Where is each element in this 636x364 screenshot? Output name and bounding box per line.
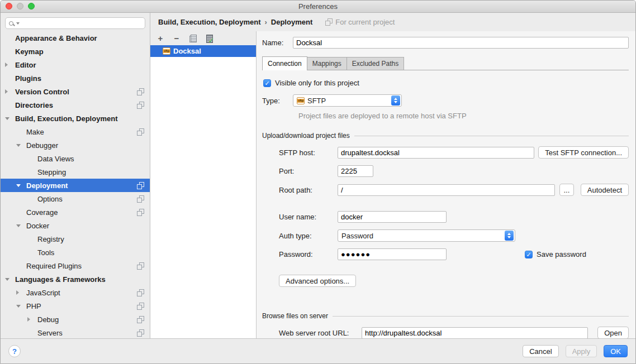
- settings-search-box[interactable]: [5, 17, 145, 29]
- auth-type-label: Auth type:: [279, 232, 338, 240]
- web-server-root-url-input[interactable]: [362, 327, 588, 339]
- user-name-input[interactable]: [338, 211, 447, 223]
- search-options-caret-icon[interactable]: [16, 22, 20, 25]
- sidebar-item-label: Make: [26, 128, 44, 136]
- sidebar-item-label: Tools: [37, 248, 54, 257]
- sidebar-item-registry[interactable]: Registry: [1, 232, 150, 246]
- sidebar-item-keymap[interactable]: Keymap: [1, 45, 150, 58]
- sidebar-item-appearance-behavior[interactable]: Appearance & Behavior: [1, 31, 150, 45]
- root-path-input[interactable]: [338, 184, 555, 196]
- sidebar-item-docker[interactable]: Docker: [1, 219, 150, 232]
- sidebar-item-make[interactable]: Make: [1, 125, 150, 138]
- sidebar-item-stepping[interactable]: Stepping: [1, 165, 150, 179]
- chevron-down-icon[interactable]: [16, 144, 26, 147]
- title-bar: Preferences: [1, 1, 635, 13]
- sidebar-item-plugins[interactable]: Plugins: [1, 71, 150, 85]
- sidebar-item-coverage[interactable]: Coverage: [1, 205, 150, 219]
- upload-section-header: Upload/download project files: [262, 132, 629, 140]
- help-button[interactable]: ?: [8, 345, 21, 357]
- chevron-right-icon[interactable]: [16, 290, 26, 295]
- sidebar-item-label: Coverage: [26, 208, 58, 217]
- sidebar-item-languages-frameworks[interactable]: Languages & Frameworks: [1, 272, 150, 286]
- sidebar-item-label: Registry: [37, 235, 64, 243]
- visible-only-checkbox[interactable]: [263, 79, 271, 87]
- use-as-default-button[interactable]: [205, 34, 213, 43]
- sidebar-item-label: Keymap: [15, 47, 44, 56]
- sidebar-item-label: JavaScript: [26, 289, 60, 297]
- name-label: Name:: [262, 39, 293, 47]
- sidebar-item-javascript[interactable]: JavaScript: [1, 286, 150, 299]
- sidebar-item-editor[interactable]: Editor: [1, 58, 150, 71]
- type-hint-text: Project files are deployed to a remote h…: [298, 112, 629, 120]
- add-server-button[interactable]: +: [156, 34, 165, 43]
- sidebar-item-label: Directories: [15, 101, 53, 109]
- chevron-down-icon[interactable]: [5, 278, 15, 281]
- sidebar-item-required-plugins[interactable]: Required Plugins: [1, 259, 150, 272]
- type-select[interactable]: SFTP: [293, 94, 402, 107]
- sidebar-item-debugger[interactable]: Debugger: [1, 138, 150, 152]
- port-input[interactable]: [338, 165, 373, 177]
- project-config-icon: [137, 316, 144, 323]
- sidebar-item-build-execution-deployment[interactable]: Build, Execution, Deployment: [1, 112, 150, 125]
- auth-type-select[interactable]: Password: [338, 229, 515, 242]
- browse-root-path-button[interactable]: ...: [559, 184, 574, 196]
- sidebar-item-servers[interactable]: Servers: [1, 326, 150, 338]
- breadcrumb-item-deployment[interactable]: Deployment: [271, 18, 312, 26]
- breadcrumb: Build, Execution, Deployment › Deploymen…: [150, 13, 635, 31]
- chevron-down-icon[interactable]: [16, 184, 26, 187]
- sftp-icon: [297, 97, 305, 104]
- sidebar-item-label: Debug: [37, 315, 59, 324]
- advanced-options-button[interactable]: Advanced options...: [279, 275, 356, 287]
- project-config-icon: [137, 289, 144, 296]
- tab-excluded-paths[interactable]: Excluded Paths: [347, 57, 404, 70]
- project-config-icon: [325, 18, 333, 26]
- breadcrumb-item-build-execution-deployment[interactable]: Build, Execution, Deployment: [158, 18, 260, 26]
- chevron-down-icon[interactable]: [16, 224, 26, 227]
- sidebar-item-label: Build, Execution, Deployment: [15, 114, 117, 123]
- close-window-button[interactable]: [6, 3, 12, 9]
- cancel-button[interactable]: Cancel: [523, 345, 558, 357]
- zoom-window-button[interactable]: [28, 3, 35, 9]
- open-url-button[interactable]: Open: [597, 327, 629, 338]
- sidebar-item-php[interactable]: PHP: [1, 299, 150, 313]
- sidebar-item-label: Docker: [26, 222, 49, 230]
- name-input[interactable]: [293, 37, 629, 49]
- autodetect-button[interactable]: Autodetect: [581, 184, 629, 196]
- chevron-down-icon[interactable]: [16, 305, 26, 308]
- type-label: Type:: [262, 97, 293, 105]
- project-config-icon: [137, 209, 144, 216]
- test-sftp-connection-button[interactable]: Test SFTP connection...: [538, 146, 629, 159]
- settings-search-input[interactable]: [21, 19, 141, 27]
- browse-section-header: Browse files on server: [262, 312, 629, 320]
- apply-button[interactable]: Apply: [566, 345, 597, 357]
- password-input[interactable]: [338, 248, 447, 260]
- sidebar-item-tools[interactable]: Tools: [1, 246, 150, 259]
- sftp-host-label: SFTP host:: [279, 149, 338, 157]
- sftp-icon: [163, 47, 170, 55]
- tab-mappings[interactable]: Mappings: [307, 57, 347, 70]
- chevron-right-icon[interactable]: [27, 317, 37, 322]
- server-list-item-docksal[interactable]: Docksal: [150, 45, 256, 57]
- sidebar-item-data-views[interactable]: Data Views: [1, 152, 150, 165]
- web-server-root-url-label: Web server root URL:: [279, 329, 362, 337]
- project-config-icon: [137, 102, 144, 109]
- sidebar-item-debug[interactable]: Debug: [1, 313, 150, 326]
- server-list-panel: + − Docksal: [150, 31, 257, 338]
- ok-button[interactable]: OK: [604, 345, 628, 357]
- chevron-right-icon[interactable]: [5, 89, 15, 94]
- save-password-checkbox[interactable]: [525, 251, 533, 258]
- copy-server-button[interactable]: [188, 34, 197, 43]
- chevron-down-icon[interactable]: [5, 117, 15, 120]
- sidebar-item-directories[interactable]: Directories: [1, 98, 150, 112]
- remove-server-button[interactable]: −: [172, 34, 181, 43]
- sidebar-item-version-control[interactable]: Version Control: [1, 85, 150, 98]
- sftp-host-input[interactable]: [338, 147, 534, 159]
- sidebar-item-label: PHP: [26, 302, 41, 310]
- chevron-right-icon[interactable]: [5, 63, 15, 67]
- sidebar-item-label: Editor: [15, 61, 36, 69]
- sidebar-item-deployment[interactable]: Deployment: [1, 179, 150, 192]
- settings-sidebar: Appearance & BehaviorKeymapEditorPlugins…: [1, 13, 150, 338]
- sidebar-item-options[interactable]: Options: [1, 192, 150, 205]
- tab-connection[interactable]: Connection: [262, 56, 307, 70]
- dropdown-stepper-icon: [505, 231, 514, 241]
